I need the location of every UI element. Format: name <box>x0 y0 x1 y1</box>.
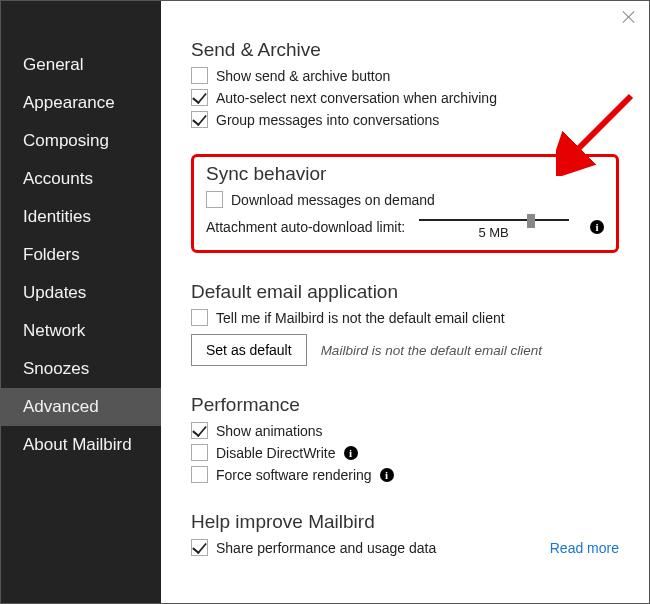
section-default-email: Default email application Tell me if Mai… <box>191 281 619 366</box>
sidebar: General Appearance Composing Accounts Id… <box>1 1 161 603</box>
close-icon[interactable] <box>621 9 637 25</box>
checkbox-show-send-archive[interactable] <box>191 67 208 84</box>
sidebar-item-label: Snoozes <box>23 359 89 378</box>
checkbox-label: Show animations <box>216 423 323 439</box>
checkbox-label: Tell me if Mailbird is not the default e… <box>216 310 505 326</box>
checkbox-label: Download messages on demand <box>231 192 435 208</box>
sidebar-item-label: Identities <box>23 207 91 226</box>
checkbox-share-usage-data[interactable] <box>191 539 208 556</box>
checkbox-label: Share performance and usage data <box>216 540 436 556</box>
checkbox-auto-select[interactable] <box>191 89 208 106</box>
default-status-note: Mailbird is not the default email client <box>321 343 542 358</box>
info-icon[interactable]: i <box>590 220 604 234</box>
slider-label: Attachment auto-download limit: <box>206 219 405 235</box>
checkbox-download-on-demand[interactable] <box>206 191 223 208</box>
sidebar-item-label: Folders <box>23 245 80 264</box>
sidebar-item-label: Network <box>23 321 85 340</box>
sidebar-item-advanced[interactable]: Advanced <box>1 388 161 426</box>
sidebar-item-about[interactable]: About Mailbird <box>1 426 161 464</box>
section-title: Send & Archive <box>191 39 619 61</box>
sidebar-item-label: Appearance <box>23 93 115 112</box>
sidebar-item-updates[interactable]: Updates <box>1 274 161 312</box>
section-sync-behavior-highlighted: Sync behavior Download messages on deman… <box>191 154 619 253</box>
checkbox-label: Disable DirectWrite <box>216 445 336 461</box>
checkbox-disable-directwrite[interactable] <box>191 444 208 461</box>
sidebar-item-identities[interactable]: Identities <box>1 198 161 236</box>
sidebar-item-snoozes[interactable]: Snoozes <box>1 350 161 388</box>
section-title: Performance <box>191 394 619 416</box>
read-more-link[interactable]: Read more <box>550 540 619 556</box>
checkbox-show-animations[interactable] <box>191 422 208 439</box>
sidebar-item-label: Composing <box>23 131 109 150</box>
set-as-default-button[interactable]: Set as default <box>191 334 307 366</box>
info-icon[interactable]: i <box>344 446 358 460</box>
sidebar-item-composing[interactable]: Composing <box>1 122 161 160</box>
content-pane: Send & Archive Show send & archive butto… <box>161 1 649 603</box>
section-title: Default email application <box>191 281 619 303</box>
sidebar-item-label: About Mailbird <box>23 435 132 454</box>
section-title: Sync behavior <box>206 163 604 185</box>
slider-thumb[interactable] <box>527 214 535 228</box>
sidebar-item-label: Accounts <box>23 169 93 188</box>
sidebar-item-accounts[interactable]: Accounts <box>1 160 161 198</box>
slider-value: 5 MB <box>478 225 508 240</box>
checkbox-force-software-rendering[interactable] <box>191 466 208 483</box>
attachment-limit-slider[interactable] <box>419 219 569 221</box>
checkbox-label: Force software rendering <box>216 467 372 483</box>
sidebar-item-label: Updates <box>23 283 86 302</box>
sidebar-item-label: General <box>23 55 83 74</box>
section-help-improve: Help improve Mailbird Share performance … <box>191 511 619 556</box>
section-send-archive: Send & Archive Show send & archive butto… <box>191 39 619 128</box>
info-icon[interactable]: i <box>380 468 394 482</box>
checkbox-label: Auto-select next conversation when archi… <box>216 90 497 106</box>
sidebar-item-appearance[interactable]: Appearance <box>1 84 161 122</box>
checkbox-label: Group messages into conversations <box>216 112 439 128</box>
checkbox-label: Show send & archive button <box>216 68 390 84</box>
section-performance: Performance Show animations Disable Dire… <box>191 394 619 483</box>
section-title: Help improve Mailbird <box>191 511 619 533</box>
sidebar-item-label: Advanced <box>23 397 99 416</box>
sidebar-item-general[interactable]: General <box>1 46 161 84</box>
sidebar-item-folders[interactable]: Folders <box>1 236 161 274</box>
sidebar-item-network[interactable]: Network <box>1 312 161 350</box>
checkbox-default-client-warn[interactable] <box>191 309 208 326</box>
checkbox-group-messages[interactable] <box>191 111 208 128</box>
